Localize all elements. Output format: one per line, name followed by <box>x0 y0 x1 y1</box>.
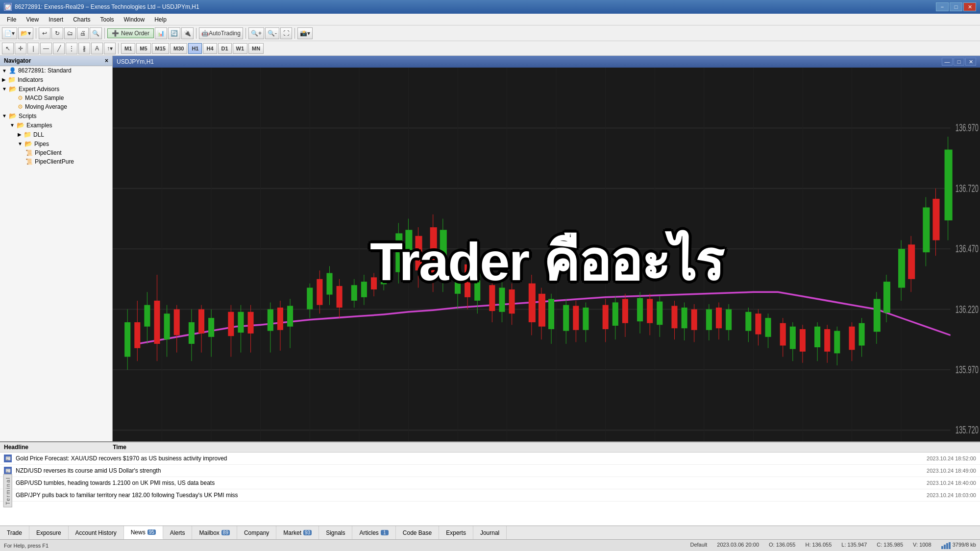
news-text-2: NZD/USD reverses its course amid US Doll… <box>16 467 874 474</box>
news-item-3[interactable]: 📰 GBP/USD tumbles, heading towards 1.210… <box>0 477 980 489</box>
minimize-button[interactable]: − <box>936 2 949 11</box>
tf-m30[interactable]: M30 <box>170 43 187 54</box>
arrow-tool[interactable]: ↑▾ <box>104 43 116 54</box>
nav-dll[interactable]: ▶ 📁 DLL <box>0 130 112 139</box>
expand-icon7: ▼ <box>18 141 23 146</box>
new-order-icon: ➕ <box>112 30 119 37</box>
news-item-1[interactable]: 📰 Gold Price Forecast: XAU/USD recovers … <box>0 453 980 465</box>
app-icon: 📈 <box>4 3 12 11</box>
crosshair-tool[interactable]: ✛ <box>15 43 26 54</box>
tab-experts[interactable]: Experts <box>439 526 473 539</box>
news-item-2[interactable]: 📰 NZD/USD reverses its course amid US Do… <box>0 465 980 477</box>
svg-rect-145 <box>834 331 840 354</box>
new-order-label: New Order <box>121 30 149 37</box>
svg-rect-25 <box>124 322 130 357</box>
zoom-out-button[interactable]: 🔍- <box>265 27 279 39</box>
nav-scripts[interactable]: ▼ 📂 Scripts <box>0 111 112 120</box>
navigator-title: Navigator <box>4 57 31 64</box>
tf-d1[interactable]: D1 <box>218 43 232 54</box>
chart-close[interactable]: ✕ <box>965 58 976 66</box>
status-traffic: 3799/8 kb <box>941 542 976 549</box>
text-tool[interactable]: A <box>91 43 103 54</box>
svg-text:135.970: 135.970 <box>956 363 979 376</box>
new-order-button[interactable]: ➕ New Order <box>107 28 154 38</box>
chart-maximize[interactable]: □ <box>954 58 964 66</box>
tab-alerts[interactable]: Alerts <box>163 526 193 539</box>
nav-macd[interactable]: ⚙ MACD Sample <box>0 94 112 102</box>
forward-button[interactable]: ↻ <box>51 27 63 39</box>
tab-articles[interactable]: Articles1 <box>352 526 395 539</box>
tab-signals[interactable]: Signals <box>319 526 352 539</box>
tf-h1[interactable]: H1 <box>188 43 202 54</box>
nav-ma[interactable]: ⚙ Moving Average <box>0 102 112 111</box>
tf-m1[interactable]: M1 <box>121 43 135 54</box>
menu-help[interactable]: Help <box>149 15 172 24</box>
tf-w1[interactable]: W1 <box>233 43 248 54</box>
nav-pipeclient[interactable]: 📜 PipeClient <box>0 148 112 157</box>
nav-account[interactable]: ▼ 👤 86272891: Standard <box>0 66 112 75</box>
chart-minimize[interactable]: — <box>942 58 953 66</box>
tab-company[interactable]: Company <box>237 526 276 539</box>
nav-indicators[interactable]: ▶ 📁 Indicators <box>0 75 112 84</box>
print-preview-button[interactable]: 🔍 <box>90 27 102 39</box>
maximize-button[interactable]: □ <box>950 2 962 11</box>
menu-view[interactable]: View <box>21 15 44 24</box>
line-tool[interactable]: | <box>27 43 39 54</box>
nav-examples[interactable]: ▼ 📂 Examples <box>0 120 112 130</box>
nav-pipes[interactable]: ▼ 📂 Pipes <box>0 139 112 148</box>
tf-mn[interactable]: MN <box>248 43 264 54</box>
menu-insert[interactable]: Insert <box>44 15 68 24</box>
expand-icon3: ▼ <box>2 86 7 92</box>
tf-m5[interactable]: M5 <box>136 43 150 54</box>
menu-tools[interactable]: Tools <box>96 15 119 24</box>
tab-news[interactable]: News95 <box>124 526 163 539</box>
fullscreen-button[interactable]: ⛶ <box>280 27 292 39</box>
expand-icon: ▼ <box>2 68 7 73</box>
tab-market[interactable]: Market93 <box>276 526 319 539</box>
nav-experts[interactable]: ▼ 📂 Expert Advisors <box>0 84 112 94</box>
screenshot-button[interactable]: 📸▾ <box>297 27 313 39</box>
nav-pipeclientpure[interactable]: 📜 PipeClientPure <box>0 157 112 166</box>
print-button[interactable]: 🖨 <box>77 27 89 39</box>
tab-mailbox[interactable]: Mailbox89 <box>192 526 237 539</box>
tf-h4[interactable]: H4 <box>203 43 217 54</box>
svg-rect-123 <box>706 310 712 330</box>
tab-codebase[interactable]: Code Base <box>396 526 439 539</box>
cursor-tool[interactable]: ↖ <box>2 43 14 54</box>
svg-rect-151 <box>874 299 881 332</box>
new-chart-button[interactable]: 📄▾ <box>2 27 17 39</box>
tab-exposure[interactable]: Exposure <box>29 526 69 539</box>
svg-rect-89 <box>499 287 505 311</box>
history-center-button[interactable]: 📊 <box>155 27 167 39</box>
menu-file[interactable]: File <box>2 15 21 24</box>
channel-tool[interactable]: ⋮ <box>66 43 77 54</box>
menu-window[interactable]: Window <box>119 15 150 24</box>
tab-journal[interactable]: Journal <box>473 526 507 539</box>
traffic-text: 3799/8 kb <box>953 542 976 548</box>
titlebar: 📈 86272891: Exness-Real29 – Exness Techn… <box>0 0 980 14</box>
trendline-tool[interactable]: ╱ <box>53 43 65 54</box>
disconnect-button[interactable]: 🔌 <box>181 27 194 39</box>
folder-icon3: 📂 <box>9 112 17 120</box>
close-button[interactable]: ✕ <box>963 2 976 11</box>
svg-rect-35 <box>174 310 180 335</box>
autotrade-button[interactable]: 🤖 AutoTrading <box>199 27 243 39</box>
zoom-in-button[interactable]: 🔍+ <box>248 27 264 39</box>
regression-tool[interactable]: ∦ <box>78 43 90 54</box>
svg-rect-55 <box>307 287 313 309</box>
nav-macd-label: MACD Sample <box>25 95 64 101</box>
chart-titlebar: USDJPYm,H1 — □ ✕ <box>113 56 980 68</box>
tab-account-history[interactable]: Account History <box>69 526 124 539</box>
menu-charts[interactable]: Charts <box>68 15 95 24</box>
connect-button[interactable]: 🔄 <box>168 27 180 39</box>
open-button[interactable]: 📂▾ <box>18 27 33 39</box>
back-button[interactable]: ↩ <box>39 27 50 39</box>
news-item-4[interactable]: 📰 GBP/JPY pulls back to familiar territo… <box>0 489 980 502</box>
svg-text:135.720: 135.720 <box>956 423 979 436</box>
hline-tool[interactable]: — <box>40 43 52 54</box>
tab-trade[interactable]: Trade <box>0 526 29 539</box>
menubar: File View Insert Charts Tools Window Hel… <box>0 14 980 25</box>
tf-m15[interactable]: M15 <box>152 43 169 54</box>
profiles-button[interactable]: 🗂 <box>64 27 76 39</box>
navigator-close[interactable]: × <box>105 57 108 64</box>
